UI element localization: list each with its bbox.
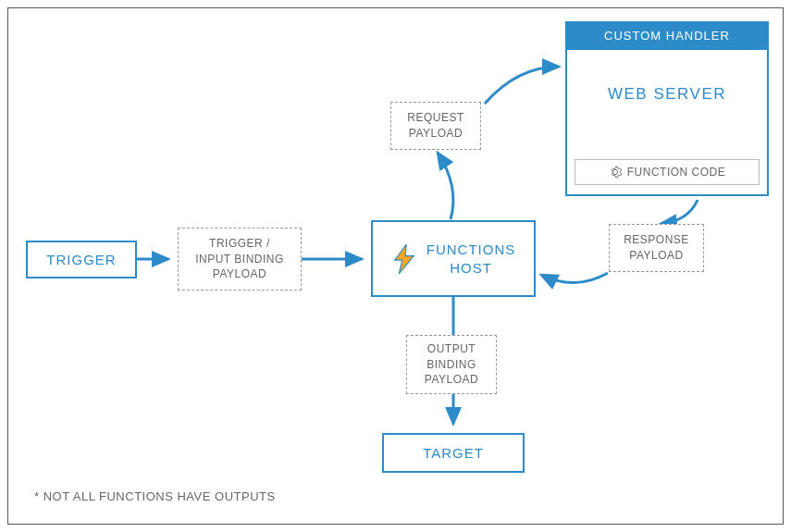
custom-handler-body: WEB SERVER FUNCTION CODE <box>565 50 769 196</box>
diagram-frame: TRIGGER TRIGGER / INPUT BINDING PAYLOAD <box>7 7 784 525</box>
response-payload-label: RESPONSE PAYLOAD <box>624 232 689 264</box>
trigger-payload-label: TRIGGER / INPUT BINDING PAYLOAD <box>195 236 284 282</box>
custom-handler-label: CUSTOM HANDLER <box>604 29 730 43</box>
gear-icon <box>609 166 622 179</box>
output-payload-label: OUTPUT BINDING PAYLOAD <box>425 341 478 388</box>
footnote-text: * NOT ALL FUNCTIONS HAVE OUTPUTS <box>34 489 276 503</box>
custom-handler-node: CUSTOM HANDLER WEB SERVER FUNCTION CODE <box>565 21 769 200</box>
functions-host-node: FUNCTIONS HOST <box>371 220 536 297</box>
output-payload-node: OUTPUT BINDING PAYLOAD <box>406 335 497 394</box>
request-payload-node: REQUEST PAYLOAD <box>390 102 481 150</box>
target-node: TARGET <box>382 433 525 473</box>
trigger-node: TRIGGER <box>26 241 137 278</box>
function-code-label: FUNCTION CODE <box>627 166 726 179</box>
target-label: TARGET <box>423 445 484 461</box>
arrow-trigger-to-payload <box>137 250 178 268</box>
arrow-request-to-handler <box>480 62 573 118</box>
response-payload-node: RESPONSE PAYLOAD <box>609 224 704 272</box>
function-code-box: FUNCTION CODE <box>575 159 760 185</box>
line-host-to-output <box>447 297 460 336</box>
trigger-label: TRIGGER <box>46 252 116 267</box>
functions-host-label: FUNCTIONS HOST <box>426 241 516 277</box>
trigger-payload-node: TRIGGER / INPUT BINDING PAYLOAD <box>178 228 302 291</box>
lightning-icon <box>391 244 417 274</box>
arrow-response-to-host <box>534 264 617 301</box>
arrow-output-to-target <box>444 394 463 433</box>
request-payload-label: REQUEST PAYLOAD <box>407 110 464 142</box>
custom-handler-header: CUSTOM HANDLER <box>565 21 769 50</box>
arrow-payload-to-host <box>302 250 371 268</box>
arrow-host-to-request <box>432 145 469 229</box>
web-server-label: WEB SERVER <box>608 85 726 104</box>
